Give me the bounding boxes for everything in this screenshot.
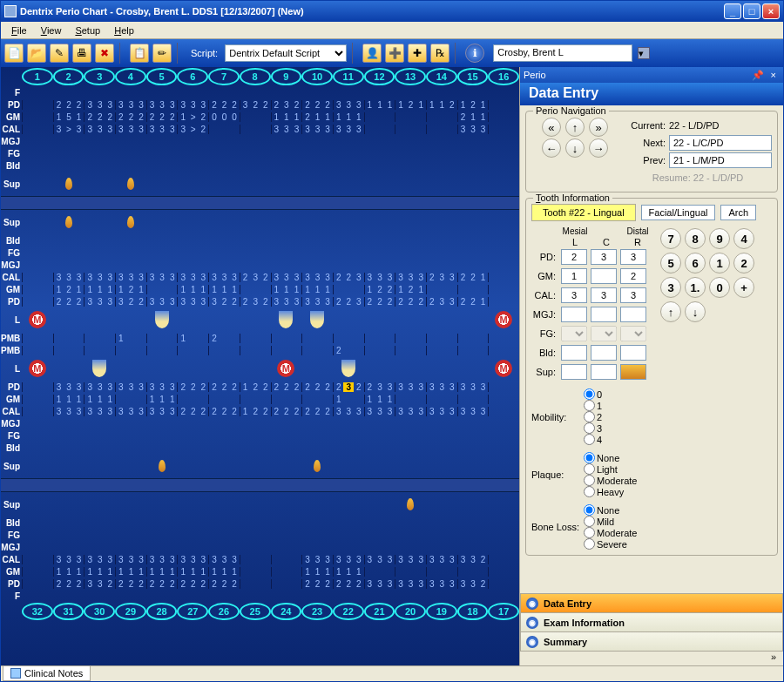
chart-cell[interactable] [43, 382, 53, 392]
chart-cell[interactable]: 2 [116, 579, 126, 589]
chart-cell[interactable]: 3 [313, 555, 323, 564]
chart-cell[interactable]: 3 [437, 555, 448, 564]
chart-cell[interactable] [281, 567, 292, 577]
panel-close-icon[interactable]: × [771, 70, 776, 80]
pin-icon[interactable]: 📌 [752, 70, 764, 81]
chart-cell[interactable] [126, 346, 137, 355]
tooth-number-13[interactable]: 13 [395, 68, 426, 85]
chart-cell[interactable]: 2 [458, 273, 469, 282]
chart-cell[interactable]: 3 [385, 555, 395, 564]
chart-cell[interactable]: 2 [209, 100, 220, 110]
tooth-number-15[interactable]: 15 [457, 68, 489, 85]
chart-cell[interactable]: 2 [188, 579, 199, 589]
mobility-option-1[interactable]: 1 [584, 400, 602, 411]
chart-cell[interactable] [509, 395, 519, 404]
chart-cell[interactable] [416, 125, 426, 134]
chart-cell[interactable]: 3 [395, 382, 406, 392]
chart-cell[interactable]: 2 [272, 407, 282, 416]
tooth-number-5[interactable]: 5 [146, 68, 178, 85]
pd-c-input[interactable] [591, 249, 617, 265]
tooth-number-10[interactable]: 10 [301, 68, 333, 85]
chart-cell[interactable]: 2 [74, 100, 84, 110]
chart-cell[interactable]: 3 [136, 125, 146, 134]
chart-cell[interactable]: 3 [167, 273, 178, 282]
chart-cell[interactable]: 1 [281, 112, 292, 122]
chart-cell[interactable]: 3 [478, 125, 489, 134]
chart-cell[interactable] [437, 334, 448, 343]
chart-cell[interactable]: 3 [416, 555, 426, 564]
chart-cell[interactable]: 3 [136, 273, 146, 282]
chart-cell[interactable]: 3 [468, 382, 478, 392]
chart-cell[interactable]: 1 [395, 100, 406, 110]
chart-cell[interactable] [147, 334, 158, 343]
chart-cell[interactable] [250, 346, 260, 355]
chart-cell[interactable]: 3 [281, 125, 292, 134]
chart-cell[interactable]: 1 [385, 395, 395, 404]
chart-cell[interactable]: 0 [209, 112, 220, 122]
chart-cell[interactable] [147, 346, 158, 355]
chart-cell[interactable]: 2 [302, 112, 313, 122]
chart-cell[interactable]: 2 [199, 382, 209, 392]
chart-cell[interactable] [478, 346, 489, 355]
chart-cell[interactable]: 2 [365, 297, 375, 307]
chart-cell[interactable]: 1 [229, 285, 240, 294]
plaque-option-heavy[interactable]: Heavy [584, 486, 637, 497]
chart-cell[interactable]: 2 [416, 297, 426, 307]
chart-cell[interactable]: 3 [406, 407, 416, 416]
chart-cell[interactable]: 2 [375, 285, 385, 294]
chart-cell[interactable] [188, 334, 199, 343]
chart-cell[interactable]: 3 [220, 273, 230, 282]
chart-cell[interactable]: 3 [126, 100, 137, 110]
copy-icon[interactable]: 📋 [130, 44, 149, 63]
chart-cell[interactable]: 3 [95, 382, 105, 392]
chart-cell[interactable]: 3 [116, 555, 126, 564]
chart-cell[interactable]: 2 [126, 285, 137, 294]
chart-cell[interactable]: 2 [220, 407, 230, 416]
chart-cell[interactable]: 1 [322, 567, 333, 577]
chart-cell[interactable]: 2 [260, 297, 271, 307]
chart-cell[interactable]: 3 [116, 297, 126, 307]
chart-cell[interactable]: 1 [313, 285, 323, 294]
chart-cell[interactable]: 1 [74, 285, 84, 294]
chart-cell[interactable] [188, 346, 199, 355]
chart-cell[interactable]: 2 [250, 407, 260, 416]
plaque-option-moderate[interactable]: Moderate [584, 475, 637, 486]
chart-cell[interactable]: 3 [334, 407, 344, 416]
chart-cell[interactable]: 3 [84, 555, 95, 564]
chart-cell[interactable] [427, 346, 437, 355]
chart-cell[interactable]: > [188, 112, 199, 122]
chart-cell[interactable]: 2 [322, 579, 333, 589]
chart-cell[interactable]: 3 [199, 297, 209, 307]
chart-cell[interactable]: 3 [292, 273, 302, 282]
chart-cell[interactable]: 2 [240, 273, 251, 282]
chart-cell[interactable]: 3 [343, 125, 354, 134]
chart-cell[interactable]: 3 [105, 125, 116, 134]
chart-cell[interactable]: 1 [292, 112, 302, 122]
chart-cell[interactable]: 2 [116, 112, 126, 122]
chart-cell[interactable] [302, 346, 313, 355]
chart-cell[interactable]: 3 [136, 555, 146, 564]
chart-cell[interactable]: 3 [84, 579, 95, 589]
tooth-number-28[interactable]: 28 [146, 603, 178, 620]
chart-cell[interactable]: 2 [199, 112, 209, 122]
chart-cell[interactable] [395, 334, 406, 343]
chart-cell[interactable]: 2 [313, 100, 323, 110]
chart-cell[interactable]: 3 [126, 125, 137, 134]
chart-cell[interactable]: 3 [105, 100, 116, 110]
tooth-number-11[interactable]: 11 [333, 68, 364, 85]
chart-cell[interactable] [509, 382, 519, 392]
chart-cell[interactable]: 2 [167, 112, 178, 122]
mgj-c-input[interactable] [591, 307, 617, 322]
chart-cell[interactable]: 3 [354, 273, 364, 282]
chart-cell[interactable] [447, 346, 457, 355]
chart-cell[interactable] [322, 346, 333, 355]
chart-cell[interactable]: 3 [74, 407, 84, 416]
accordion-summary[interactable]: ◉Summary [520, 632, 783, 652]
chart-cell[interactable] [240, 125, 251, 134]
chart-cell[interactable] [334, 285, 344, 294]
chart-cell[interactable]: 2 [147, 579, 158, 589]
chart-cell[interactable]: 2 [260, 382, 271, 392]
chart-cell[interactable] [509, 297, 519, 307]
chart-cell[interactable] [250, 112, 260, 122]
chart-cell[interactable] [281, 555, 292, 564]
